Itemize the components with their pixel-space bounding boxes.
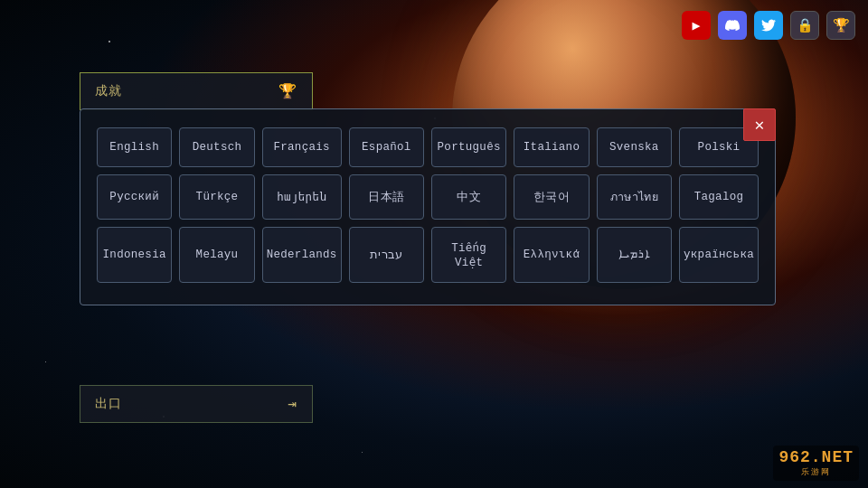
language-button-nederlands[interactable]: Nederlands [262, 227, 342, 283]
achievements-label: 成就 [95, 83, 122, 99]
language-button-türkçe[interactable]: Türkçe [179, 174, 254, 220]
language-button-日本語[interactable]: 日本語 [349, 174, 424, 220]
sidebar-bottom: 出口 ⇥ [80, 385, 313, 425]
achievements-trophy-icon: 🏆 [278, 82, 297, 100]
sidebar-achievements[interactable]: 成就 🏆 [80, 72, 313, 110]
language-button-հայերեն[interactable]: հայերեն [262, 174, 342, 220]
watermark-brand: 962.NET [778, 448, 854, 466]
lock-icon[interactable]: 🔒 [790, 11, 819, 40]
language-grid: EnglishDeutschFrançaisEspañolPortuguêsIt… [97, 127, 759, 283]
language-dialog: ✕ EnglishDeutschFrançaisEspañolPortuguês… [80, 108, 776, 305]
language-button-ภาษาไทย[interactable]: ภาษาไทย [597, 174, 672, 220]
achievements-icon-top[interactable]: 🏆 [826, 11, 855, 40]
language-button-中文[interactable]: 中文 [431, 174, 506, 220]
sidebar-export[interactable]: 出口 ⇥ [80, 385, 313, 423]
sidebar: 成就 🏆 [80, 72, 313, 112]
language-button-ελληνικά[interactable]: Ελληνικά [514, 227, 589, 283]
discord-icon[interactable] [718, 11, 747, 40]
language-button-tiếng-việt[interactable]: Tiếng Việt [431, 227, 506, 283]
watermark: 962.NET 乐游网 [773, 446, 859, 481]
language-button-українська[interactable]: українська [679, 227, 759, 283]
language-button-français[interactable]: Français [262, 127, 342, 167]
language-button-ܐܪܡܝܐ[interactable]: ܐܪܡܝܐ [597, 227, 672, 283]
twitter-icon[interactable] [754, 11, 783, 40]
social-bar: ▶ 🔒 🏆 [682, 11, 855, 40]
language-button-español[interactable]: Español [349, 127, 424, 167]
language-button-english[interactable]: English [97, 127, 172, 167]
youtube-icon[interactable]: ▶ [682, 11, 711, 40]
close-button[interactable]: ✕ [743, 108, 776, 141]
language-button-italiano[interactable]: Italiano [514, 127, 589, 167]
watermark-sub: 乐游网 [778, 466, 854, 478]
language-button-tagalog[interactable]: Tagalog [679, 174, 759, 220]
language-button-עברית[interactable]: עברית [349, 227, 424, 283]
language-button-svenska[interactable]: Svenska [597, 127, 672, 167]
language-button-한국어[interactable]: 한국어 [514, 174, 589, 220]
language-button-indonesia[interactable]: Indonesia [97, 227, 172, 283]
language-button-português[interactable]: Português [431, 127, 506, 167]
language-button-deutsch[interactable]: Deutsch [179, 127, 254, 167]
export-icon: ⇥ [288, 395, 297, 413]
language-button-melayu[interactable]: Melayu [179, 227, 254, 283]
language-button-русский[interactable]: Русский [97, 174, 172, 220]
export-label: 出口 [95, 396, 122, 412]
